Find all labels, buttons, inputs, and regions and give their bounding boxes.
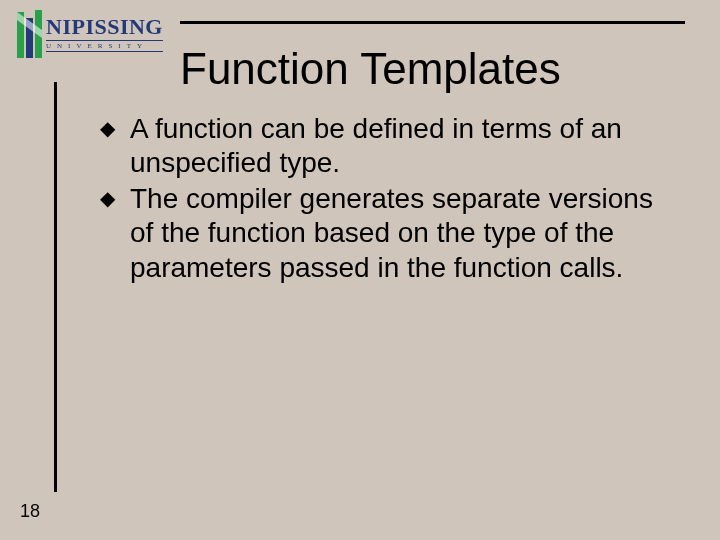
slide-title: Function Templates [180, 44, 700, 94]
horizontal-rule [180, 21, 685, 24]
bullet-item: A function can be defined in terms of an… [100, 112, 660, 180]
vertical-rule [54, 82, 57, 492]
bullet-text: The compiler generates separate versions… [130, 183, 653, 282]
logo-mark-icon [14, 8, 44, 60]
logo: NIPISSING UNIVERSITY [14, 6, 179, 62]
slide: NIPISSING UNIVERSITY Function Templates … [0, 0, 720, 540]
bullet-text: A function can be defined in terms of an… [130, 113, 622, 178]
slide-body: A function can be defined in terms of an… [100, 112, 660, 287]
logo-word: NIPISSING [46, 16, 163, 38]
logo-sub: UNIVERSITY [46, 40, 163, 52]
bullet-item: The compiler generates separate versions… [100, 182, 660, 284]
page-number: 18 [20, 501, 40, 522]
logo-text: NIPISSING UNIVERSITY [46, 16, 163, 52]
